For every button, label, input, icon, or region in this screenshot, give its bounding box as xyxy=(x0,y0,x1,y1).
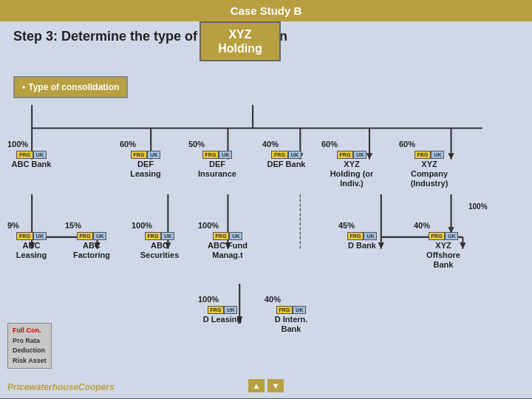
node-abc-fund: FRGUK ABC FundManag.t xyxy=(198,232,257,260)
node-xyz-company: FRGUK XYZCompany(Industry) xyxy=(399,151,460,189)
node-d-bank: FRGUK D Bank xyxy=(338,232,386,250)
node-xyz-offshore: FRGUK XYZOffshoreBank xyxy=(414,232,473,270)
node-def-leasing: FRGUK DEFLeasing xyxy=(120,151,171,179)
node-d-leasing: FRGUK D Leasing xyxy=(198,306,247,324)
node-abc-factoring: FRGUK ABCFactoring xyxy=(65,232,118,260)
node-def-insurance: FRGUK DEFInsurance xyxy=(188,151,246,179)
nav-down-button[interactable]: ▼ xyxy=(267,379,284,392)
node-xyz-holding-ind: FRGUK XYZHolding (orIndiv.) xyxy=(321,151,382,189)
method-box: Full Con. Pro Rata Deduction Risk Asset xyxy=(7,323,52,369)
node-d-intern-bank: FRGUK D Intern.Bank xyxy=(265,306,318,334)
bullet-box: •Type of consolidation xyxy=(13,76,128,98)
nav-up-button[interactable]: ▲ xyxy=(248,379,265,392)
node-abc-bank: FRGUK ABC Bank xyxy=(7,151,55,169)
xyz-holding-box: XYZ Holding xyxy=(200,21,281,61)
nav-buttons: ▲ ▼ xyxy=(248,379,284,392)
node-abc-leasing: FRGUK ABCLeasing xyxy=(7,232,55,260)
pwc-logo: PricewaterhouseCoopers xyxy=(7,382,115,392)
node-def-bank: FRGUK DEF Bank xyxy=(262,151,310,169)
title-text: Case Study B xyxy=(231,4,302,17)
node-abc-securities: FRGUK ABCSecurities xyxy=(132,232,188,260)
title-bar: Case Study B xyxy=(0,0,532,21)
